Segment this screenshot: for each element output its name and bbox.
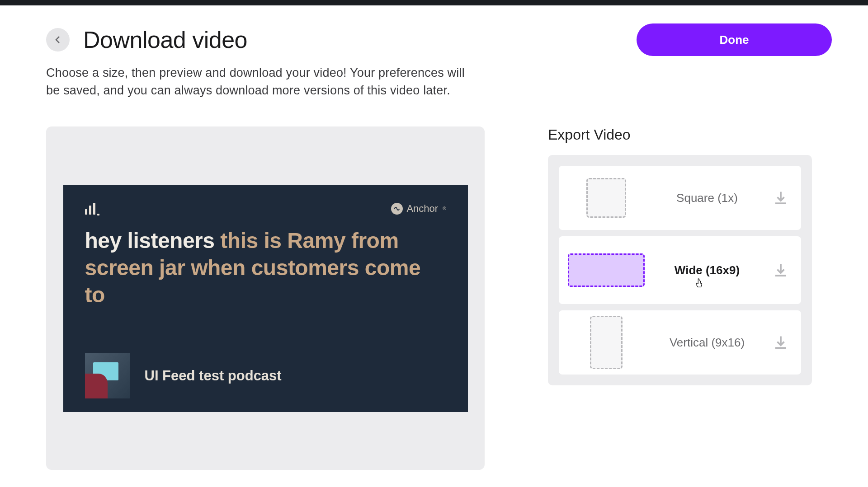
download-button-wide[interactable] xyxy=(760,262,801,278)
podcast-name: UI Feed test podcast xyxy=(145,368,282,384)
content-row: Anchor® hey listeners this is Ramy from … xyxy=(46,126,832,470)
page-title: Download video xyxy=(83,26,247,53)
export-option-label: Square (1x) xyxy=(654,191,760,205)
anchor-brand: Anchor® xyxy=(391,203,446,215)
page-content: Download video Done Choose a size, then … xyxy=(0,5,868,470)
audio-wave-icon xyxy=(85,203,99,215)
export-heading: Export Video xyxy=(548,126,812,143)
done-button[interactable]: Done xyxy=(637,23,832,56)
page-description: Choose a size, then preview and download… xyxy=(46,64,480,99)
video-preview-panel: Anchor® hey listeners this is Ramy from … xyxy=(46,126,485,470)
export-option-vertical[interactable]: Vertical (9x16) xyxy=(559,310,801,375)
anchor-logo-icon xyxy=(391,203,403,215)
export-option-wide[interactable]: Wide (16x9) xyxy=(559,236,801,304)
video-top-row: Anchor® xyxy=(85,203,446,215)
aspect-wide-icon xyxy=(568,253,645,287)
anchor-brand-label: Anchor xyxy=(406,203,438,215)
download-icon xyxy=(773,334,789,351)
header-row: Download video Done xyxy=(46,23,832,56)
back-button[interactable] xyxy=(46,28,70,52)
aspect-vertical-icon xyxy=(590,316,623,369)
download-icon xyxy=(773,262,789,278)
cursor-pointer-icon xyxy=(694,278,704,290)
download-button-vertical[interactable] xyxy=(760,334,801,351)
aspect-square-icon xyxy=(586,178,626,218)
transcript-text: hey listeners this is Ramy from screen j… xyxy=(85,227,446,309)
video-frame[interactable]: Anchor® hey listeners this is Ramy from … xyxy=(63,185,468,412)
export-options-box: Square (1x) Wide (16x9) xyxy=(548,155,812,385)
window-top-bar xyxy=(0,0,868,5)
download-button-square[interactable] xyxy=(760,190,801,206)
export-column: Export Video Square (1x) xyxy=(548,126,812,470)
export-option-square[interactable]: Square (1x) xyxy=(559,166,801,230)
arrow-left-icon xyxy=(52,34,63,45)
podcast-thumbnail xyxy=(85,353,130,398)
podcast-info-row: UI Feed test podcast xyxy=(85,340,446,398)
title-group: Download video xyxy=(46,26,247,53)
export-option-label: Vertical (9x16) xyxy=(654,336,760,350)
export-option-label: Wide (16x9) xyxy=(654,263,760,277)
download-icon xyxy=(773,190,789,206)
transcript-spoken: hey listeners xyxy=(85,229,215,253)
